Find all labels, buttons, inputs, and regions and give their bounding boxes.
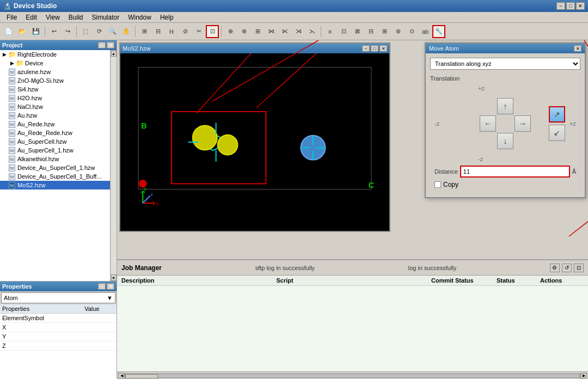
rotate-button[interactable]: ⟳ [93,25,106,38]
build3-button[interactable]: ⊞ [251,25,264,38]
main-layout: Project − ✕ ▶ 📁 RightElectrode ▶ 📁 Devic… [0,40,588,379]
props-table: Properties Value ElementSymbol X [0,304,117,379]
project-minimize-btn[interactable]: − [98,42,106,48]
maximize-button[interactable]: □ [566,2,575,10]
diagonal-buttons: ↗ ↙ [549,106,565,141]
copy-checkbox[interactable] [434,181,441,188]
horizontal-scrollbar[interactable]: ◀ ▶ [117,371,588,379]
project-close-btn[interactable]: ✕ [107,42,114,48]
viewport-minimize-btn[interactable]: − [362,45,370,52]
right-arrow-btn[interactable]: → [514,115,531,132]
view2-button[interactable]: ⊟ [151,25,164,38]
job-settings-btn[interactable]: ⚙ [550,264,560,272]
hscroll-thumb[interactable] [125,374,158,378]
menu-simulator[interactable]: Simulator [88,13,124,22]
pan-button[interactable]: ✋ [120,25,133,38]
tree-item-azulene[interactable]: hz azulene.hzw [0,68,110,76]
move-atom-close-btn[interactable]: ✕ [574,45,581,52]
sim1-button[interactable]: ≡ [323,25,336,38]
menu-build[interactable]: Build [64,13,88,22]
job-controls[interactable]: ⚙ ↺ ⊡ [550,264,584,272]
build5-button[interactable]: ⋉ [278,25,291,38]
zoom-button[interactable]: 🔍 [106,25,119,38]
viewport-controls[interactable]: − □ ✕ [362,45,387,52]
project-controls[interactable]: − ✕ [98,42,114,48]
up-arrow-btn[interactable]: ↑ [497,98,513,114]
wrench-button[interactable]: 🔧 [432,25,445,38]
sim8-button[interactable]: ab [419,25,432,38]
tree-item-au-supercell1[interactable]: hz Au_SuperCell_1.hzw [0,146,110,155]
hscroll-right-btn[interactable]: ▶ [580,373,587,378]
menu-edit[interactable]: Edit [21,13,41,22]
build7-button[interactable]: ⋋ [305,25,318,38]
view4-button[interactable]: ⊘ [179,25,192,38]
props-close-btn[interactable]: ✕ [107,283,114,290]
open-button[interactable]: 📂 [16,25,29,38]
menu-view[interactable]: View [41,13,64,22]
left-arrow-btn[interactable]: ← [480,115,496,132]
hscroll-left-btn[interactable]: ◀ [118,373,125,378]
tree-item-nacl[interactable]: hz NaCl.hzw [0,102,110,111]
tree-item-au-rede-rede[interactable]: hz Au_Rede_Rede.hzw [0,129,110,137]
select-button[interactable]: ⬚ [79,25,92,38]
sim5-button[interactable]: ⊞ [378,25,391,38]
tree-item-rightelectrode[interactable]: ▶ 📁 RightElectrode [0,50,110,59]
distance-input[interactable] [460,166,570,178]
props-col-value: Value [82,304,117,314]
tree-item-device-au-buff[interactable]: hz Device_Au_SuperCell_1_Buff... [0,172,110,181]
scroll-down-btn[interactable]: ▼ [111,274,117,281]
viewport-canvas[interactable]: B C x y [120,53,389,231]
tree-item-alkanethiol[interactable]: hz Alkanethiol.hzw [0,155,110,163]
sim4-button[interactable]: ⊟ [364,25,377,38]
build4-button[interactable]: ⋈ [265,25,278,38]
viewport-close-btn[interactable]: ✕ [379,45,387,52]
tree-item-device-au[interactable]: hz Device_Au_SuperCell_1.hzw [0,163,110,172]
view1-button[interactable]: ⊞ [138,25,151,38]
tree-item-device[interactable]: ▶ 📁 Device [0,59,110,68]
tree-item-au-supercell[interactable]: hz Au_SuperCell.hzw [0,137,110,146]
build1-button[interactable]: ⊕ [224,25,237,38]
window-controls[interactable]: − □ ✕ [556,2,585,10]
diag-ne-btn[interactable]: ↗ [549,106,565,123]
viewport-maximize-btn[interactable]: □ [371,45,378,52]
menu-file[interactable]: File [2,13,21,22]
hscroll-track[interactable] [125,374,580,378]
tree-item-au-rede[interactable]: hz Au_Rede.hzw [0,120,110,129]
menu-help[interactable]: Help [156,13,178,22]
build2-button[interactable]: ⊗ [237,25,250,38]
tree-scroll-area[interactable]: ▶ 📁 RightElectrode ▶ 📁 Device hz azulene… [0,50,110,281]
tree-item-zno[interactable]: hz ZnO-MgO-Si.hzw [0,76,110,85]
diag-sw-btn[interactable]: ↙ [549,125,565,141]
svg-point-6 [193,125,217,150]
save-button[interactable]: 💾 [29,25,42,38]
job-refresh-btn[interactable]: ↺ [562,264,572,272]
atom-dropdown[interactable]: Atom ▼ [1,292,115,303]
new-button[interactable]: 📄 [2,25,15,38]
view3-button[interactable]: H [165,25,178,38]
tree-scrollbar[interactable]: ▲ ▼ [110,50,117,281]
sim7-button[interactable]: ⊙ [405,25,418,38]
tree-item-au[interactable]: hz Au.hzw [0,111,110,120]
undo-button[interactable]: ↩ [47,25,60,38]
job-stop-btn[interactable]: ⊡ [574,264,584,272]
tree-item-mos2[interactable]: hz MoS2.hzw [0,181,110,190]
view5-button[interactable]: ✂ [192,25,205,38]
tree-item-si4[interactable]: hz Si4.hzw [0,85,110,94]
tree-item-h2o[interactable]: hz H2O.hzw [0,94,110,102]
close-button[interactable]: ✕ [576,2,585,10]
sim6-button[interactable]: ⊛ [391,25,405,38]
sim3-button[interactable]: ⊠ [351,25,364,38]
viewport-window[interactable]: MoS2.hzw − □ ✕ [119,42,390,232]
sim2-button[interactable]: ⊡ [337,25,350,38]
build6-button[interactable]: ⋊ [292,25,305,38]
scroll-up-btn[interactable]: ▲ [111,50,117,57]
minimize-button[interactable]: − [556,2,565,10]
down-arrow-btn[interactable]: ↓ [497,133,513,149]
menu-window[interactable]: Window [124,13,156,22]
redo-button[interactable]: ↪ [61,25,74,38]
props-controls[interactable]: − ✕ [98,283,114,290]
view6-button[interactable]: ⊡ [206,25,219,38]
dialog-body: Translation along xyz Translation +z -z … [426,53,585,197]
props-minimize-btn[interactable]: − [98,283,106,290]
mode-select[interactable]: Translation along xyz [430,58,580,70]
